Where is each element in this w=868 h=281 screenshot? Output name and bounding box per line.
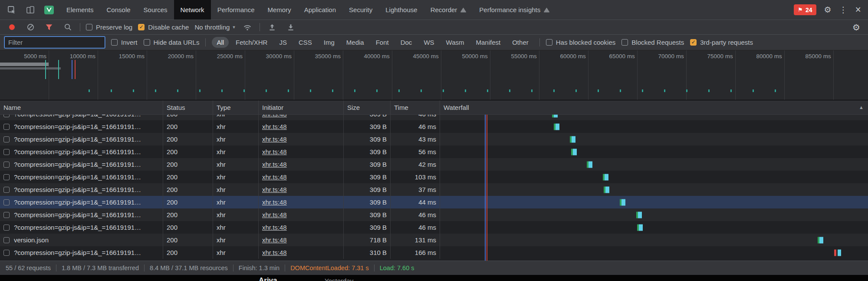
table-row[interactable]: ?compression=gzip-js&ip=1&_=16619191…200… (0, 246, 868, 259)
row-checkbox[interactable] (3, 199, 10, 205)
waterfall-bar[interactable] (604, 186, 609, 193)
tab-performance[interactable]: Performance (211, 0, 261, 20)
filter-toggle-button[interactable] (43, 21, 56, 34)
tab-network[interactable]: Network (174, 0, 211, 20)
row-checkbox[interactable] (3, 124, 10, 130)
checkbox-box[interactable] (690, 39, 697, 46)
preserve-log-checkbox[interactable]: Preserve log (86, 23, 132, 31)
throttling-select[interactable]: No throttling ▾ (194, 23, 235, 31)
waterfall-bar[interactable] (834, 249, 841, 256)
checkbox-box[interactable] (546, 39, 552, 46)
import-har-button[interactable] (266, 21, 279, 34)
waterfall-bar[interactable] (818, 237, 823, 243)
filter-pill-wasm[interactable]: Wasm (441, 37, 469, 48)
vue-devtools-button[interactable] (43, 3, 56, 17)
checkbox-box[interactable] (138, 24, 145, 30)
blocked-requests-checkbox[interactable]: Blocked Requests (621, 39, 684, 46)
waterfall-bar[interactable] (587, 161, 592, 168)
waterfall-bar[interactable] (637, 224, 643, 231)
error-badge[interactable]: ⚑ 24 (794, 4, 816, 15)
network-overview[interactable]: 5000 ms10000 ms15000 ms20000 ms25000 ms3… (0, 50, 868, 100)
row-checkbox[interactable] (3, 237, 10, 243)
checkbox-box[interactable] (144, 39, 150, 46)
initiator-link[interactable]: xhr.ts:48 (262, 249, 287, 256)
filter-pill-fetch-xhr[interactable]: Fetch/XHR (231, 37, 272, 48)
table-row[interactable]: ?compression=gzip-js&ip=1&_=16619191…200… (0, 115, 868, 120)
filter-pill-all[interactable]: All (212, 37, 229, 48)
initiator-link[interactable]: xhr.ts:48 (262, 136, 287, 143)
filter-pill-manifest[interactable]: Manifest (471, 37, 506, 48)
initiator-link[interactable]: xhr.ts:48 (262, 161, 287, 168)
tab-elements[interactable]: Elements (60, 0, 100, 20)
row-checkbox[interactable] (3, 136, 10, 142)
tab-security[interactable]: Security (342, 0, 379, 20)
invert-checkbox[interactable]: Invert (111, 39, 138, 46)
column-header-waterfall[interactable]: Waterfall▲ (440, 100, 868, 114)
initiator-link[interactable]: xhr.ts:48 (262, 148, 287, 155)
settings-button[interactable]: ⚙ (824, 6, 832, 14)
table-row[interactable]: ?compression=gzip-js&ip=1&_=16619191…200… (0, 145, 868, 158)
disable-cache-checkbox[interactable]: Disable cache (138, 23, 189, 31)
network-settings-button[interactable]: ⚙ (850, 21, 863, 34)
export-har-button[interactable] (284, 21, 297, 34)
filter-pill-media[interactable]: Media (342, 37, 369, 48)
record-button[interactable] (5, 21, 18, 34)
waterfall-bar[interactable] (620, 199, 625, 205)
filter-input[interactable] (4, 36, 105, 48)
row-checkbox[interactable] (3, 162, 10, 168)
column-header-initiator[interactable]: Initiator (259, 100, 344, 114)
row-checkbox[interactable] (3, 250, 10, 256)
table-row[interactable]: ?compression=gzip-js&ip=1&_=16619191…200… (0, 171, 868, 183)
waterfall-bar[interactable] (570, 136, 575, 142)
initiator-link[interactable]: xhr.ts:48 (262, 198, 287, 206)
inspect-element-button[interactable] (5, 3, 18, 17)
more-options-button[interactable]: ⋮ (839, 6, 848, 14)
tab-console[interactable]: Console (100, 0, 137, 20)
table-row[interactable]: ?compression=gzip-js&ip=1&_=16619191…200… (0, 196, 868, 208)
initiator-link[interactable]: xhr.ts:48 (262, 186, 287, 193)
checkbox-box[interactable] (111, 39, 118, 46)
filter-pill-font[interactable]: Font (371, 37, 394, 48)
waterfall-bar[interactable] (603, 174, 608, 180)
filter-pill-js[interactable]: JS (274, 37, 292, 48)
filter-pill-doc[interactable]: Doc (396, 37, 417, 48)
tab-sources[interactable]: Sources (137, 0, 174, 20)
filter-pill-css[interactable]: CSS (294, 37, 317, 48)
table-row[interactable]: ?compression=gzip-js&ip=1&_=16619191…200… (0, 183, 868, 196)
column-header-status[interactable]: Status (163, 100, 213, 114)
checkbox-box[interactable] (621, 39, 628, 46)
initiator-link[interactable]: xhr.ts:48 (262, 224, 287, 231)
close-devtools-button[interactable]: × (855, 5, 861, 15)
tab-lighthouse[interactable]: Lighthouse (379, 0, 424, 20)
waterfall-bar[interactable] (554, 123, 559, 130)
table-row[interactable]: ?compression=gzip-js&ip=1&_=16619191…200… (0, 158, 868, 171)
filter-pill-ws[interactable]: WS (419, 37, 439, 48)
column-header-size[interactable]: Size (344, 100, 391, 114)
initiator-link[interactable]: xhr.ts:48 (262, 211, 287, 218)
filter-pill-img[interactable]: Img (319, 37, 339, 48)
row-checkbox[interactable] (3, 187, 10, 193)
row-checkbox[interactable] (3, 115, 10, 117)
table-row[interactable]: ?compression=gzip-js&ip=1&_=16619191…200… (0, 221, 868, 234)
clear-button[interactable] (24, 21, 37, 34)
hide-data-urls-checkbox[interactable]: Hide data URLs (144, 39, 200, 46)
waterfall-bar[interactable] (571, 149, 577, 155)
search-button[interactable] (61, 21, 74, 34)
checkbox-box[interactable] (86, 24, 92, 30)
column-header-type[interactable]: Type (213, 100, 259, 114)
row-checkbox[interactable] (3, 212, 10, 218)
tab-performance-insights[interactable]: Performance insights (473, 0, 556, 20)
filter-pill-other[interactable]: Other (507, 37, 533, 48)
column-header-name[interactable]: Name (0, 100, 163, 114)
initiator-link[interactable]: xhr.ts:48 (262, 123, 287, 130)
device-toolbar-button[interactable] (24, 3, 37, 17)
table-row[interactable]: ?compression=gzip-js&ip=1&_=16619191…200… (0, 133, 868, 145)
third-party-requests-checkbox[interactable]: 3rd-party requests (690, 39, 753, 46)
initiator-link[interactable]: xhr.ts:48 (262, 236, 287, 244)
tab-memory[interactable]: Memory (261, 0, 298, 20)
row-checkbox[interactable] (3, 149, 10, 155)
has-blocked-cookies-checkbox[interactable]: Has blocked cookies (546, 39, 616, 46)
initiator-link[interactable]: xhr.ts:48 (262, 173, 287, 181)
row-checkbox[interactable] (3, 174, 10, 180)
table-row[interactable]: ?compression=gzip-js&ip=1&_=16619191…200… (0, 208, 868, 221)
